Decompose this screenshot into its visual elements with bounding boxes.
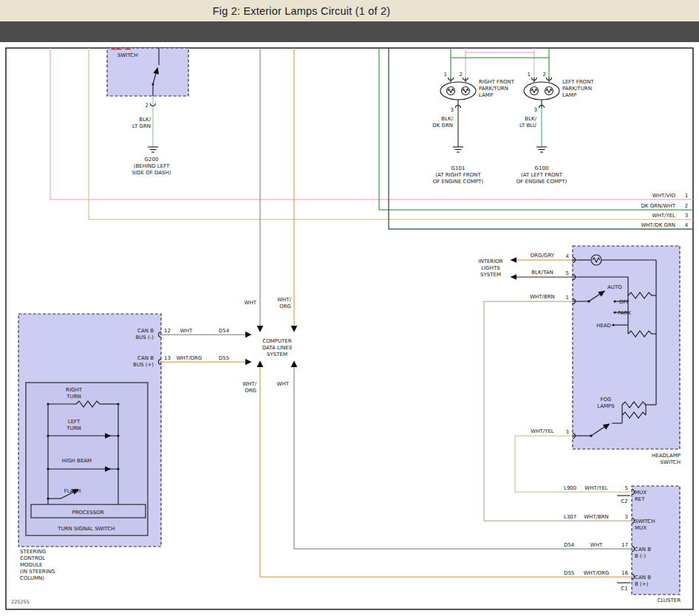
turn-signal-switch-label: TURN SIGNAL SWITCH: [57, 526, 115, 532]
right-turn-label-2: TURN: [66, 394, 81, 400]
cluster-row2-pin: 3: [625, 514, 628, 520]
cluster-row2-wire: WHT/BRN: [584, 514, 609, 520]
cluster-row4-wire: WHT/ORG: [584, 570, 610, 576]
cluster-row4-pin: 16: [621, 570, 628, 576]
switch-pin-2: 2: [146, 103, 149, 109]
data-wire-whtorg-top-2: ORG: [279, 304, 291, 309]
cluster-row2-circuit: L307: [564, 514, 576, 520]
left-turn-label-2: TURN: [66, 425, 81, 431]
ground-g101-loc-1: (AT RIGHT FRONT: [435, 172, 481, 178]
data-wire-wht-top: WHT: [245, 300, 257, 306]
processor-label: PROCESSOR: [72, 510, 103, 516]
cluster-row3-circuit: D54: [564, 542, 575, 548]
left-lamp-wire-1: BLK/: [525, 116, 536, 122]
data-wire-whtorg-top-1: WHT/: [277, 297, 291, 303]
cluster-row4-name-2: B (+): [635, 581, 649, 587]
left-lamp-name-2: PARK/TURN: [562, 86, 592, 92]
wht-data-wires: [161, 48, 632, 549]
fog-lamps-label-2: LAMPS: [597, 403, 615, 409]
diagram-code: 225255: [11, 599, 30, 605]
module-pin-13: 13: [164, 355, 171, 361]
steering-module-name-3: MODULE: [20, 562, 42, 568]
ground-g200-loc-2: SIDE OF DASH): [132, 170, 171, 176]
interior-lights-name-2: LIGHTS: [481, 265, 500, 271]
wht-dk-grn-wire: [389, 48, 693, 229]
wiring-diagram-canvas: SWITCH 2 BLK/ LT GRN G200 (BEHIND LEFT S…: [0, 0, 699, 616]
can-b-minus-wire-color: WHT: [180, 328, 193, 334]
cluster-row1-pin: 5: [625, 485, 628, 491]
cluster-name: CLUSTER: [657, 598, 681, 603]
ground-symbol-g100: [536, 147, 547, 152]
headlamp-pos-auto: AUTO: [607, 284, 622, 290]
module-pin-12: 12: [164, 328, 171, 334]
can-b-plus-name-2: BUS (+): [133, 362, 154, 368]
computer-block-name-1: COMPUTER: [262, 338, 291, 344]
can-b-plus-name-1: CAN B: [137, 355, 154, 361]
edge-wire-label-4: WHT/DK GRN: [641, 222, 675, 228]
right-lamp-pin-1: 1: [444, 72, 447, 78]
ground-g200-loc-1: (BEHIND LEFT: [134, 163, 170, 169]
steering-module-name-2: CONTROL: [20, 555, 45, 561]
left-lamp-wire-2: LT BLU: [519, 123, 536, 129]
headlamp-switch-name-2: SWITCH: [661, 459, 681, 465]
wht-yel-label: WHT/YEL: [531, 428, 554, 434]
can-b-minus-name-1: CAN B: [137, 328, 154, 334]
right-lamp-wire-1: BLK/: [441, 116, 453, 122]
ground-symbol-g200: [148, 147, 158, 152]
steering-module-name-1: STEERING: [20, 549, 46, 555]
cluster-row3-wire: WHT: [590, 542, 603, 548]
dk-grn-wht-wire: [379, 48, 693, 210]
edge-wire-num-2: 2: [685, 203, 688, 209]
computer-block-name-2: DATA LINES: [262, 345, 293, 351]
left-lamp-pin-3: 3: [534, 107, 537, 113]
ground-g101-label: G101: [451, 165, 466, 171]
cluster-row1-name-2: RET: [635, 496, 645, 502]
right-lamp-name-2: PARK/TURN: [479, 86, 508, 92]
fog-lamps-label-1: FOG: [601, 397, 612, 403]
computer-block-name-3: SYSTEM: [267, 352, 287, 357]
interior-lights-name-3: SYSTEM: [480, 272, 501, 278]
cluster-row1-wire: WHT/YEL: [584, 485, 608, 491]
cluster-row4-circuit: D55: [564, 570, 574, 576]
can-b-minus-circuit: D54: [219, 328, 230, 334]
can-b-plus-wire-color: WHT/ORG: [177, 355, 202, 361]
ground-g100-loc-2: OF ENGINE COMPT): [516, 179, 567, 185]
wht-brn-label: WHT/BRN: [530, 294, 555, 300]
edge-wire-num-1: 1: [685, 193, 688, 199]
ground-g100-label: G100: [535, 165, 549, 171]
data-wire-whtorg-bot-2: ORG: [245, 388, 256, 394]
left-lamp-pin-1: 1: [528, 72, 531, 78]
cluster-conn-c1: C1: [621, 586, 627, 592]
flash-label: FLASH: [64, 488, 81, 494]
high-beam-label: HIGH BEAM: [62, 458, 92, 464]
left-lamp-pin-2: 2: [543, 72, 546, 78]
headlamp-pin-1: 1: [566, 295, 569, 301]
cluster-row2-name-2: MUX: [635, 525, 647, 531]
left-lamp-name-3: LAMP: [562, 92, 576, 98]
headlamp-pos-park: PARK: [618, 310, 631, 316]
cluster-row4-name-1: CAN B: [635, 575, 651, 581]
right-lamp-pin-3: 3: [451, 107, 454, 113]
headlamp-switch-name-1: HEADLAMP: [652, 453, 681, 459]
headlamp-pin-5: 5: [566, 270, 569, 276]
ground-g100-loc-1: (AT LEFT FRONT: [521, 172, 563, 178]
edge-wire-num-4: 4: [685, 222, 689, 228]
left-lamp-name-1: LEFT FRONT: [562, 79, 594, 85]
data-wire-whtorg-bot-1: WHT/: [242, 381, 256, 387]
edge-wire-label-1: WHT/VIO: [652, 193, 676, 199]
ground-symbol-g101: [453, 147, 463, 152]
headlamp-pin-4: 4: [566, 253, 570, 259]
right-lamp-wire-2: DK GRN: [432, 123, 453, 129]
ground-g101-loc-2: OF ENGINE COMPT): [433, 179, 484, 185]
right-lamp-name-1: RIGHT FRONT: [479, 79, 515, 85]
data-wire-wht-bot: WHT: [277, 381, 290, 387]
steering-module-name-5: COLUMN): [20, 575, 44, 581]
headlamp-pos-off: OFF: [619, 299, 630, 305]
cluster-row3-name-1: CAN B: [635, 547, 651, 552]
cluster-row3-pin: 17: [621, 542, 628, 548]
switch-box-label: SWITCH: [117, 52, 137, 58]
switch-wire-color-1: BLK/: [139, 117, 151, 123]
edge-wire-num-3: 3: [685, 213, 688, 219]
left-park-turn-lamp-symbol: [524, 78, 559, 108]
edge-wire-label-3: WHT/YEL: [652, 213, 676, 219]
